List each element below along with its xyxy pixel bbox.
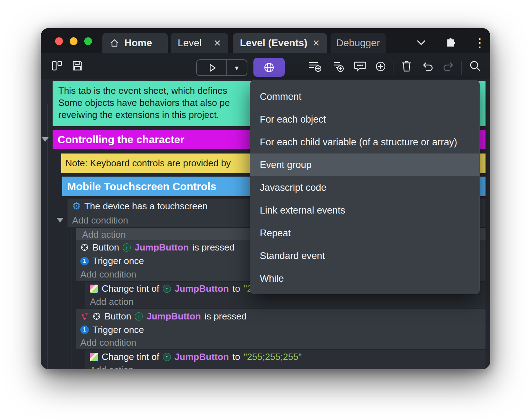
app-window: Home Level ✕ Level (Events) ✕ Debugger ⋮	[41, 28, 490, 369]
toolbar-divider	[461, 61, 462, 75]
condition-row[interactable]: 1 Trigger once	[76, 323, 486, 336]
minimize-window-button[interactable]	[70, 37, 77, 45]
condition-row[interactable]: Button ↑ JumpButton is pressed	[76, 309, 486, 323]
group-title: Controlling the character	[58, 134, 184, 146]
collapse-arrow-icon[interactable]	[42, 137, 49, 142]
add-other-event-button[interactable]	[374, 60, 387, 73]
preview-options-dropdown[interactable]: ▾	[226, 59, 247, 76]
trigger-once-icon: 1	[80, 257, 89, 265]
tab-level-events-label: Level (Events)	[240, 37, 307, 49]
note-text: Note: Keyboard controls are provided by	[65, 158, 231, 169]
tab-debugger[interactable]: Debugger	[331, 33, 386, 53]
puzzle-extensions-icon[interactable]	[444, 37, 456, 49]
add-condition-link[interactable]: Add condition	[76, 336, 486, 349]
jumpbutton-object-icon: ↑	[123, 243, 131, 252]
menu-item-while[interactable]: While	[250, 267, 479, 290]
menu-item-link-external-events[interactable]: Link external events	[250, 199, 479, 222]
tab-level[interactable]: Level ✕	[171, 33, 228, 53]
play-icon	[210, 64, 215, 71]
button-object-icon	[80, 243, 89, 252]
tab-level-label: Level	[178, 37, 202, 49]
add-event-context-menu: Comment For each object For each child v…	[250, 80, 480, 294]
menu-item-for-each-object[interactable]: For each object	[250, 108, 479, 131]
titlebar: Home Level ✕ Level (Events) ✕ Debugger ⋮	[41, 28, 490, 53]
object-name: JumpButton	[146, 311, 201, 322]
menu-item-event-group[interactable]: Event group	[250, 154, 479, 176]
undo-button[interactable]	[421, 60, 434, 73]
collapse-arrow-icon[interactable]	[57, 218, 64, 222]
object-name: JumpButton	[134, 242, 189, 253]
menu-item-javascript-code[interactable]: Javascript code	[250, 176, 479, 199]
menu-item-repeat[interactable]: Repeat	[250, 222, 479, 244]
action-row[interactable]: Change tint of ↑ JumpButton to "255;255;…	[85, 350, 486, 364]
event-jumpbutton-pressed-2-actions[interactable]: Change tint of ↑ JumpButton to "255;255;…	[85, 350, 486, 369]
kebab-menu-icon[interactable]: ⋮	[474, 37, 486, 49]
project-panels-button[interactable]	[50, 59, 63, 72]
object-name: JumpButton	[175, 351, 229, 362]
menu-item-for-each-child-variable[interactable]: For each child variable (of a structure …	[250, 131, 479, 154]
caret-down-icon: ▾	[235, 64, 238, 72]
event-jumpbutton-pressed-2[interactable]: Button ↑ JumpButton is pressed 1 Trigger…	[76, 309, 486, 349]
tree-guide-line	[47, 104, 48, 369]
add-event-button[interactable]	[308, 60, 323, 73]
jumpbutton-object-icon: ↑	[135, 312, 143, 321]
redo-button[interactable]	[442, 60, 455, 73]
add-event-globe-button[interactable]	[253, 58, 285, 77]
tab-debugger-label: Debugger	[336, 37, 380, 49]
chevron-down-icon[interactable]	[415, 37, 427, 49]
condition-text: The device has a touchscreen	[84, 201, 208, 212]
gear-system-icon: ⚙	[72, 201, 81, 211]
trash-button[interactable]	[400, 59, 413, 73]
button-object-icon	[92, 312, 101, 321]
add-subevent-button[interactable]	[330, 60, 345, 73]
add-action-link[interactable]: Add action	[85, 364, 486, 369]
tab-home-label: Home	[124, 37, 152, 49]
add-comment-button[interactable]	[353, 60, 367, 73]
menu-item-comment[interactable]: Comment	[250, 85, 479, 108]
search-button[interactable]	[468, 59, 482, 73]
tab-level-events[interactable]: Level (Events) ✕	[233, 33, 327, 53]
behavior-icon	[80, 312, 89, 321]
close-window-button[interactable]	[55, 37, 63, 45]
close-tab-icon[interactable]: ✕	[312, 38, 320, 48]
tree-guide-line	[71, 228, 71, 369]
toolbar-divider	[393, 61, 393, 75]
traffic-lights	[55, 37, 92, 45]
tint-palette-icon	[90, 285, 98, 293]
tint-palette-icon	[90, 353, 98, 361]
group-title: Mobile Touchscreen Controls	[67, 181, 216, 193]
save-button[interactable]	[71, 59, 84, 72]
add-action-link[interactable]: Add action	[85, 295, 486, 308]
preview-play-button[interactable]	[196, 59, 227, 76]
trigger-once-icon: 1	[80, 325, 89, 334]
close-tab-icon[interactable]: ✕	[214, 38, 221, 48]
globe-icon	[263, 61, 275, 74]
object-name: JumpButton	[175, 283, 229, 294]
zoom-window-button[interactable]	[84, 37, 92, 45]
jumpbutton-object-icon: ↑	[163, 353, 171, 361]
string-value: "255;255;255"	[244, 351, 302, 362]
tab-home[interactable]: Home	[102, 33, 168, 53]
home-icon	[109, 38, 119, 48]
menu-item-standard-event[interactable]: Standard event	[250, 244, 479, 267]
jumpbutton-object-icon: ↑	[163, 285, 171, 293]
